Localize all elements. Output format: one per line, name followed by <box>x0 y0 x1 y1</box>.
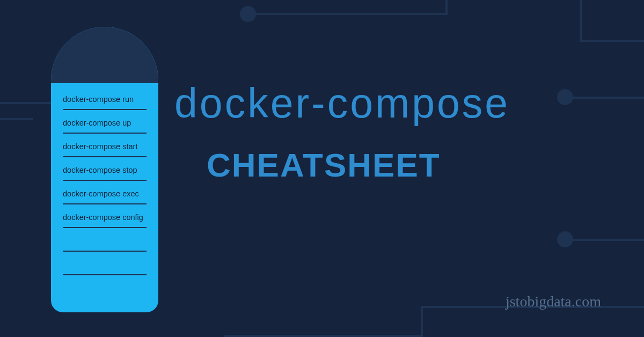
circuit-node-icon <box>557 231 573 247</box>
note-line: docker-compose up <box>63 113 147 134</box>
note-line: docker-compose exec <box>63 184 147 204</box>
circuit-node-icon <box>557 89 573 105</box>
page-subtitle: CHEATSHEET <box>207 146 441 184</box>
circuit-trace <box>580 40 644 42</box>
page-title: docker-compose <box>174 79 510 127</box>
circuit-trace <box>421 306 423 337</box>
note-line: docker-compose run <box>63 90 147 110</box>
note-line <box>63 231 147 252</box>
circuit-trace <box>224 335 423 337</box>
note-line: docker-compose config <box>63 208 147 228</box>
note-line: docker-compose start <box>63 137 147 157</box>
circuit-node-icon <box>240 6 256 22</box>
note-line <box>63 255 147 275</box>
banner-canvas: docker-compose run docker-compose up doc… <box>0 0 644 337</box>
notepad-header <box>51 27 158 83</box>
circuit-trace <box>569 97 644 99</box>
notepad-card: docker-compose run docker-compose up doc… <box>51 27 158 312</box>
notepad-body: docker-compose run docker-compose up doc… <box>51 83 158 283</box>
note-line: docker-compose stop <box>63 160 147 181</box>
circuit-trace <box>247 13 448 15</box>
circuit-trace <box>580 0 582 42</box>
circuit-trace <box>569 239 644 241</box>
circuit-trace <box>0 102 51 104</box>
circuit-trace <box>0 118 33 120</box>
attribution-text: jstobigdata.com <box>506 293 601 310</box>
